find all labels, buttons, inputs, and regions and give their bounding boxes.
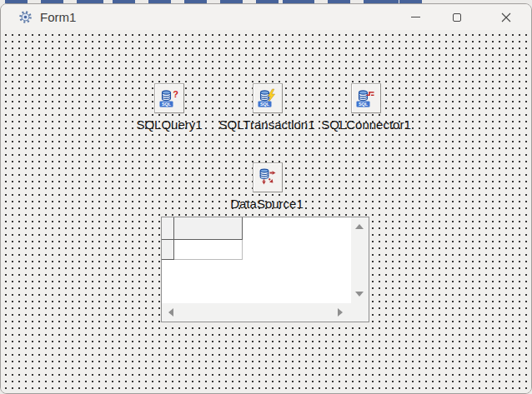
maximize-button[interactable]: [440, 4, 474, 30]
sql-transaction-icon: SQL: [258, 88, 278, 108]
minimize-icon: [411, 17, 420, 17]
dbgrid-header-cell: [174, 217, 243, 240]
close-button[interactable]: [489, 4, 523, 30]
question-mark-decoration: ?: [173, 89, 178, 99]
scroll-up-icon[interactable]: [355, 224, 364, 229]
dbgrid-row-indicator-cell: [162, 240, 174, 260]
scroll-right-icon[interactable]: [338, 308, 343, 317]
sql-badge-label: SQL: [162, 102, 172, 107]
component-label-sqltransaction1: SQLTransaction1: [218, 117, 314, 132]
dbgrid-header-indicator-cell: [162, 217, 174, 240]
component-label-sqlquery1: SQLQuery1: [136, 117, 202, 132]
sql-badge-label: SQL: [359, 102, 369, 107]
dbgrid-data-cell: [174, 240, 243, 260]
minimize-button[interactable]: [399, 4, 432, 30]
scroll-down-icon[interactable]: [355, 292, 364, 297]
sql-badge-label: SQL: [260, 102, 270, 107]
lightning-bolt-decoration: [269, 89, 275, 102]
scrollbar-corner: [351, 303, 369, 322]
sql-connector-icon: SQL: [356, 88, 376, 108]
form-canvas[interactable]: ? SQL SQLQuery1 SQL SQLTr: [1, 30, 531, 393]
component-sqlquery1[interactable]: ? SQL: [154, 83, 184, 113]
close-icon: [501, 12, 511, 22]
component-datasource1[interactable]: [253, 162, 283, 192]
horizontal-scrollbar[interactable]: [162, 303, 351, 322]
sql-query-icon: ? SQL: [159, 88, 179, 108]
maximize-icon: [453, 13, 461, 22]
component-label-datasource1: DataSource1: [230, 197, 304, 211]
component-sqlconnector1[interactable]: SQL: [351, 83, 381, 113]
scroll-left-icon[interactable]: [168, 308, 173, 317]
component-label-sqlconnector1: SQLConnector1: [321, 117, 411, 132]
window-title: Form1: [40, 10, 76, 24]
form-gear-icon[interactable]: [18, 10, 33, 24]
vertical-scrollbar[interactable]: [351, 217, 369, 303]
form-designer-window: Form1 ? SQL: [0, 3, 532, 394]
datasource-icon: [258, 167, 278, 187]
dbgrid[interactable]: [161, 217, 369, 322]
component-sqltransaction1[interactable]: SQL: [253, 83, 283, 113]
titlebar[interactable]: Form1: [1, 4, 531, 30]
